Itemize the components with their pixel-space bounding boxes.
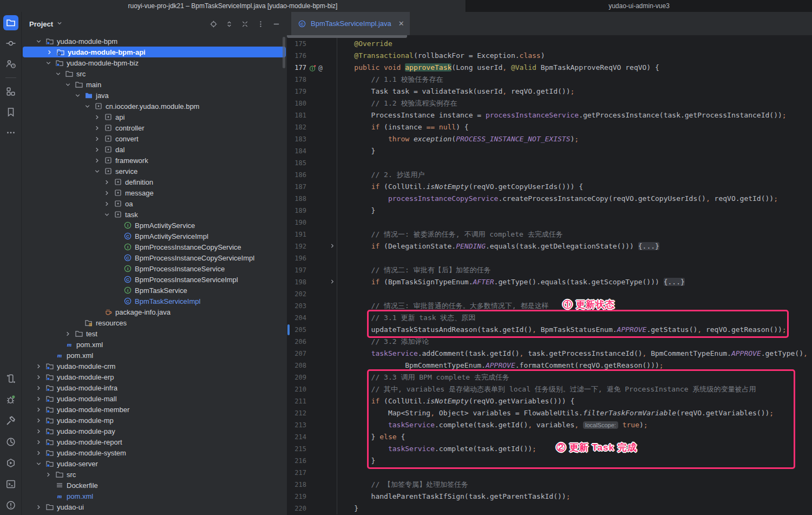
tab-bpmtaskserviceimpl-java[interactable]: C BpmTaskServiceImpl.java ✕	[291, 12, 410, 35]
code-line-188[interactable]: 188 processInstanceCopyService.createPro…	[287, 193, 812, 205]
tree-item-yudao-module-bpm[interactable]: yudao-module-bpm	[22, 36, 287, 47]
code-line-176[interactable]: 176 @Transactional(rollbackFor = Excepti…	[287, 50, 812, 62]
tree-item-definition[interactable]: definition	[22, 177, 287, 187]
chevron-down-icon[interactable]	[74, 91, 84, 100]
activity-project-button[interactable]	[3, 15, 18, 30]
chevron-down-icon[interactable]	[93, 167, 104, 175]
chevron-right-icon[interactable]	[103, 178, 114, 186]
tree-item-yudao-module-pay[interactable]: yudao-module-pay	[22, 426, 287, 436]
code-line-208[interactable]: 208 BpmCommentTypeEnum.APPROVE.formatCom…	[287, 360, 812, 371]
code-line-181[interactable]: 181 ProcessInstance instance = processIn…	[287, 109, 812, 121]
tree-item-yudao-module-bpm-biz[interactable]: yudao-module-bpm-biz	[22, 57, 287, 68]
tree-item-bpmactivityservice[interactable]: IBpmActivityService	[22, 220, 287, 231]
code-line-218[interactable]: 218 // 【加签专属】处理加签任务	[287, 479, 812, 491]
code-line-192[interactable]: 192 if (DelegationState.PENDING.equals(t…	[287, 240, 812, 252]
chevron-right-icon[interactable]	[35, 438, 45, 446]
code-line-179[interactable]: 179 Task task = validateTask(userId, req…	[287, 86, 812, 97]
tree-item-yudao-module-erp[interactable]: yudao-module-erp	[22, 371, 287, 382]
tree-item-yudao-module-mall[interactable]: yudao-module-mall	[22, 393, 287, 404]
code-line-198[interactable]: 198 if (BpmTaskSignTypeEnum.AFTER.getTyp…	[287, 276, 812, 288]
chevron-right-icon[interactable]	[64, 329, 75, 338]
chevron-down-icon[interactable]	[44, 58, 55, 67]
code-line-182[interactable]: 182 if (instance == null) {	[287, 121, 812, 133]
code-line-180[interactable]: 180 // 1.2 校验流程实例存在	[287, 97, 812, 109]
activity-problems-button[interactable]	[3, 498, 18, 513]
fold-marker-icon[interactable]	[329, 242, 336, 251]
code-line-183[interactable]: 183 throw exception(PROCESS_INSTANCE_NOT…	[287, 133, 812, 145]
chevron-down-icon[interactable]	[54, 69, 65, 78]
tree-item-pom-xml[interactable]: mpom.xml	[22, 350, 287, 361]
tree-item-bpmtaskserviceimpl[interactable]: CBpmTaskServiceImpl	[22, 296, 287, 307]
tree-item-yudao-module-report[interactable]: yudao-module-report	[22, 436, 287, 447]
hide-icon[interactable]	[272, 19, 280, 28]
fold-marker-icon[interactable]	[329, 278, 336, 287]
tree-item-dockerfile[interactable]: Dockerfile	[22, 480, 287, 491]
tree-item-pom-xml[interactable]: mpom.xml	[22, 491, 287, 501]
code-line-178[interactable]: 178 // 1.1 校验任务存在	[287, 74, 812, 86]
chevron-right-icon[interactable]	[35, 503, 45, 511]
code-line-205[interactable]: 205 updateTaskStatusAndReason(task.getId…	[287, 324, 812, 336]
overrides-method-icon[interactable]: I@	[309, 64, 323, 72]
code-line-210[interactable]: 210 // 其中, variables 是存储动态表单到 local 任务级别…	[287, 383, 812, 395]
code-line-213[interactable]: 213 taskService.complete(task.getId(), v…	[287, 419, 812, 431]
chevron-right-icon[interactable]	[45, 48, 56, 56]
code-line-184[interactable]: 184 }	[287, 145, 812, 157]
tree-item-yudao-module-mp[interactable]: yudao-module-mp	[22, 415, 287, 426]
tree-item-bpmtaskservice[interactable]: IBpmTaskService	[22, 285, 287, 296]
chevron-right-icon[interactable]	[103, 188, 114, 197]
code-line-207[interactable]: 207 taskService.addComment(task.getId(),…	[287, 348, 812, 360]
code-line-196[interactable]: 196	[287, 252, 812, 264]
activity-debug-button[interactable]	[3, 392, 18, 407]
code-line-191[interactable]: 191 // 情况一: 被委派的任务, 不调用 complete 去完成任务	[287, 229, 812, 240]
tree-item-src[interactable]: src	[22, 469, 287, 480]
tree-item-yudao-module-system[interactable]: yudao-module-system	[22, 447, 287, 458]
tree-item-yudao-module-crm[interactable]: yudao-module-crm	[22, 361, 287, 371]
activity-pull-requests-button[interactable]: ?	[3, 56, 18, 71]
code-line-197[interactable]: 197 // 情况二: 审批有【后】加签的任务	[287, 264, 812, 276]
editor-content[interactable]: 175 @Override176 @Transactional(rollback…	[287, 35, 812, 515]
code-line-214[interactable]: 214 } else {	[287, 431, 812, 443]
collapse-all-icon[interactable]	[240, 19, 249, 28]
activity-commit-button[interactable]	[3, 36, 18, 51]
tree-item-convert[interactable]: convert	[22, 133, 287, 144]
tree-item-main[interactable]: main	[22, 79, 287, 90]
tab-close-icon[interactable]: ✕	[398, 19, 404, 28]
activity-more-button[interactable]	[3, 125, 18, 140]
tree-item-src[interactable]: src	[22, 68, 287, 79]
chevron-right-icon[interactable]	[35, 427, 45, 435]
tree-item-task[interactable]: task	[22, 209, 287, 220]
locate-icon[interactable]	[209, 19, 218, 28]
project-panel-title[interactable]: Project	[29, 19, 63, 29]
tree-item-api[interactable]: api	[22, 112, 287, 122]
tree-item-bpmprocessinstancecopyserviceimpl[interactable]: CBpmProcessInstanceCopyServiceImpl	[22, 252, 287, 263]
chevron-right-icon[interactable]	[44, 470, 55, 479]
chevron-right-icon[interactable]	[93, 156, 104, 165]
tree-item-resources[interactable]: resources	[22, 317, 287, 328]
tree-item-test[interactable]: test	[22, 328, 287, 339]
chevron-right-icon[interactable]	[93, 113, 104, 121]
chevron-right-icon[interactable]	[103, 199, 114, 208]
chevron-down-icon[interactable]	[103, 210, 114, 219]
code-line-175[interactable]: 175 @Override	[287, 38, 812, 50]
activity-bookmarks-button[interactable]	[3, 105, 18, 120]
code-line-185[interactable]: 185	[287, 157, 812, 169]
tree-item-dal[interactable]: dal	[22, 144, 287, 155]
tree-item-service[interactable]: service	[22, 166, 287, 177]
tree-item-yudao-module-bpm-api[interactable]: yudao-module-bpm-api	[23, 47, 286, 57]
expand-all-icon[interactable]	[225, 19, 233, 28]
chevron-right-icon[interactable]	[93, 145, 104, 154]
activity-services-button[interactable]	[3, 455, 18, 471]
code-line-187[interactable]: 187 if (CollUtil.isNotEmpty(reqVO.getCop…	[287, 181, 812, 193]
activity-structure-button[interactable]	[3, 84, 18, 99]
code-line-216[interactable]: 216 }	[287, 455, 812, 467]
tree-item-controller[interactable]: controller	[22, 122, 287, 133]
chevron-down-icon[interactable]	[35, 37, 45, 45]
project-panel-scrollbar[interactable]	[283, 37, 285, 68]
tree-item-yudao-server[interactable]: yudao-server	[22, 458, 287, 469]
code-line-204[interactable]: 204 // 3.1 更新 task 状态、原因	[287, 312, 812, 324]
code-line-177[interactable]: 177I@ public void approveTask(Long userI…	[287, 62, 812, 74]
tree-item-bpmprocessinstancecopyservice[interactable]: IBpmProcessInstanceCopyService	[22, 242, 287, 252]
chevron-down-icon[interactable]	[83, 102, 94, 110]
chevron-right-icon[interactable]	[35, 405, 45, 414]
activity-running-devices-button[interactable]	[3, 371, 18, 386]
